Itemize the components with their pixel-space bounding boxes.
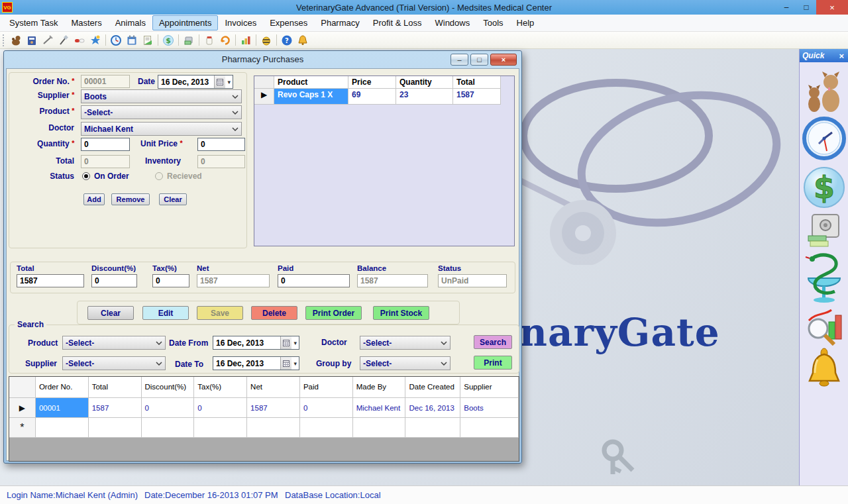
grid-header-tax[interactable]: Tax(%) (194, 377, 247, 398)
menu-tools[interactable]: Tools (476, 15, 509, 30)
supplier-dropdown[interactable]: Boots (81, 89, 242, 103)
on-order-radio-label[interactable]: On Order (94, 172, 129, 181)
print-order-button[interactable]: Print Order (305, 306, 362, 320)
grid-cell-order-no[interactable]: 00001 (36, 398, 89, 418)
grid-cell-supplier[interactable]: Boots (460, 398, 519, 418)
grid-cell-empty[interactable] (405, 418, 460, 438)
totals-tax-field[interactable]: 0 (152, 274, 189, 287)
chevron-down-icon[interactable]: ▾ (292, 340, 299, 346)
reports-icon[interactable] (238, 33, 254, 48)
invoice-icon[interactable] (140, 33, 156, 48)
grid-cell-empty[interactable] (89, 418, 142, 438)
masters-icon[interactable] (24, 33, 40, 48)
chevron-down-icon[interactable]: ▾ (292, 360, 299, 367)
menu-invoices[interactable]: Invoices (218, 15, 263, 30)
dialog-close-button[interactable]: × (490, 54, 517, 66)
search-doctor-dropdown[interactable]: -Select- (360, 336, 450, 350)
grid-cell-price[interactable]: 69 (348, 89, 396, 105)
restore-button[interactable]: □ (796, 0, 816, 15)
grid-header-price[interactable]: Price (348, 76, 396, 89)
pets-icon[interactable] (806, 68, 843, 114)
remove-button[interactable]: Remove (111, 193, 150, 205)
menu-animals[interactable]: Animals (109, 15, 152, 30)
calendar-picker-icon[interactable] (280, 357, 292, 370)
grid-header-made-by[interactable]: Made By (353, 377, 406, 398)
on-order-radio[interactable] (82, 172, 90, 180)
grid-cell-made-by[interactable]: Michael Kent (353, 398, 406, 418)
grid-cell-empty[interactable] (247, 418, 300, 438)
menu-system-task[interactable]: System Task (3, 15, 64, 30)
grid-header-product[interactable]: Product (274, 76, 348, 89)
grid-header-quantity[interactable]: Quantity (396, 76, 453, 89)
grid-cell-total[interactable]: 1587 (89, 398, 142, 418)
menu-profit-loss[interactable]: Profit & Loss (366, 15, 429, 30)
grid-cell-discount[interactable]: 0 (142, 398, 195, 418)
totals-discount-field[interactable]: 0 (91, 274, 137, 287)
medicine-icon[interactable] (72, 33, 87, 48)
grid-cell-empty[interactable] (353, 418, 406, 438)
calendar-picker-icon[interactable] (280, 336, 292, 349)
print-stock-button[interactable]: Print Stock (373, 306, 429, 320)
row-selector-icon[interactable]: ▶ (9, 398, 36, 418)
quick-panel-header[interactable]: Quick × (800, 49, 848, 62)
reminder-bell-icon[interactable] (806, 347, 842, 389)
calendar-picker-icon[interactable] (214, 76, 225, 88)
safe-icon[interactable] (806, 212, 843, 250)
clear-items-button[interactable]: Clear (159, 193, 187, 205)
grid-cell-empty[interactable] (300, 418, 353, 438)
pharmacy-icon[interactable] (804, 250, 844, 306)
grid-cell-total[interactable]: 1587 (453, 89, 501, 105)
expenses-icon[interactable] (181, 33, 197, 48)
grid-cell-net[interactable]: 1587 (247, 398, 300, 418)
dialog-titlebar[interactable]: Pharmacy Purchases – □ × (4, 51, 521, 68)
dialog-minimize-button[interactable]: – (450, 54, 468, 66)
chevron-down-icon[interactable]: ▾ (225, 79, 233, 85)
purchases-icon[interactable] (201, 33, 217, 48)
row-selector-icon[interactable]: ▶ (254, 89, 274, 105)
grid-header-paid[interactable]: Paid (300, 377, 353, 398)
quick-close-icon[interactable]: × (839, 51, 848, 61)
dollar-icon[interactable]: $ (160, 33, 176, 48)
grid-header-order-no[interactable]: Order No. (36, 377, 89, 398)
refresh-icon[interactable] (217, 33, 233, 48)
help-icon[interactable]: ? (279, 33, 295, 48)
minimize-button[interactable]: – (776, 0, 796, 15)
delete-button[interactable]: Delete (251, 306, 297, 320)
grid-cell-product[interactable]: Revo Caps 1 X (274, 89, 348, 105)
grid-data-row[interactable]: ▶ 00001 1587 0 0 1587 0 Michael Kent Dec… (9, 398, 519, 418)
menu-pharmacy[interactable]: Pharmacy (314, 15, 366, 30)
unit-price-field[interactable]: 0 (197, 138, 245, 151)
animals-icon[interactable] (8, 33, 24, 48)
menu-expenses[interactable]: Expenses (263, 15, 314, 30)
lab-icon[interactable] (56, 33, 72, 48)
reports-icon[interactable] (805, 306, 843, 347)
date-from-field[interactable]: 16 Dec, 2013 ▾ (213, 336, 299, 350)
search-product-dropdown[interactable]: -Select- (62, 336, 166, 350)
grid-cell-empty[interactable] (142, 418, 195, 438)
search-button[interactable]: Search (474, 335, 512, 349)
grid-cell-date-created[interactable]: Dec 16, 2013 (405, 398, 460, 418)
search-supplier-dropdown[interactable]: -Select- (62, 356, 166, 370)
grid-cell-empty[interactable] (194, 418, 247, 438)
add-button[interactable]: Add (83, 193, 105, 205)
grid-cell-paid[interactable]: 0 (300, 398, 353, 418)
money-icon[interactable]: $ (803, 163, 845, 212)
date-field[interactable]: 16 Dec, 2013 ▾ (158, 75, 233, 89)
grid-cell-empty[interactable] (36, 418, 89, 438)
grid-header-total[interactable]: Total (453, 76, 501, 89)
main-titlebar[interactable]: VG VeterinaryGate Advanced (Trial Versio… (0, 0, 848, 15)
edit-button[interactable]: Edit (142, 306, 189, 320)
clock-icon[interactable] (802, 114, 846, 163)
grid-header-net[interactable]: Net (247, 377, 300, 398)
menu-help[interactable]: Help (510, 15, 541, 30)
product-dropdown[interactable]: -Select- (81, 105, 242, 119)
grid-new-row[interactable]: * (9, 418, 519, 438)
grid-header-supplier[interactable]: Supplier (460, 377, 519, 398)
grid-data-row[interactable]: ▶ Revo Caps 1 X 69 23 1587 (254, 89, 514, 105)
totals-paid-field[interactable]: 0 (278, 274, 350, 287)
appointments-icon[interactable] (87, 33, 103, 48)
clear-button[interactable]: Clear (87, 306, 134, 320)
menu-windows[interactable]: Windows (428, 15, 476, 30)
grid-cell-quantity[interactable]: 23 (396, 89, 453, 105)
doctor-dropdown[interactable]: Michael Kent (81, 122, 242, 136)
